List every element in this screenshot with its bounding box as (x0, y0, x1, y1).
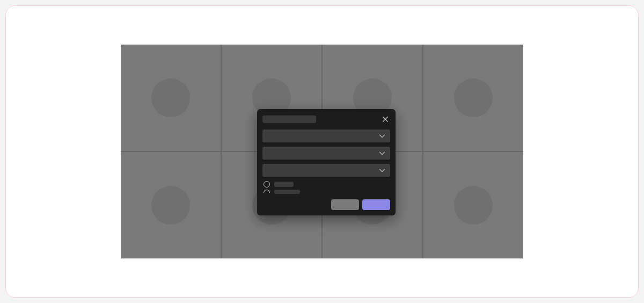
radio-label (274, 190, 300, 194)
grid-tile[interactable] (423, 45, 523, 151)
radio-option-1[interactable] (262, 181, 390, 187)
grid-tile[interactable] (121, 152, 221, 258)
canvas-area (121, 45, 523, 258)
radio-option-2[interactable] (262, 190, 390, 194)
placeholder-icon (151, 78, 190, 117)
confirm-button[interactable] (362, 199, 390, 210)
dropdown-1[interactable] (262, 129, 390, 142)
grid-tile[interactable] (423, 152, 523, 258)
chevron-down-icon (378, 149, 386, 157)
dialog-footer (262, 199, 390, 210)
dropdown-3[interactable] (262, 164, 390, 177)
radio-icon (264, 181, 270, 187)
placeholder-icon (454, 78, 493, 117)
close-icon (382, 116, 389, 123)
dialog (257, 109, 396, 215)
grid-tile[interactable] (121, 45, 221, 151)
placeholder-icon (151, 186, 190, 225)
dialog-header (262, 114, 390, 124)
dropdown-2[interactable] (262, 147, 390, 160)
radio-icon (264, 190, 270, 193)
cancel-button[interactable] (331, 199, 359, 210)
dialog-title (262, 116, 316, 123)
close-button[interactable] (380, 114, 390, 124)
chevron-down-icon (378, 167, 386, 174)
outer-card (5, 5, 639, 298)
radio-label (274, 182, 294, 187)
placeholder-icon (454, 186, 493, 225)
chevron-down-icon (378, 132, 386, 140)
